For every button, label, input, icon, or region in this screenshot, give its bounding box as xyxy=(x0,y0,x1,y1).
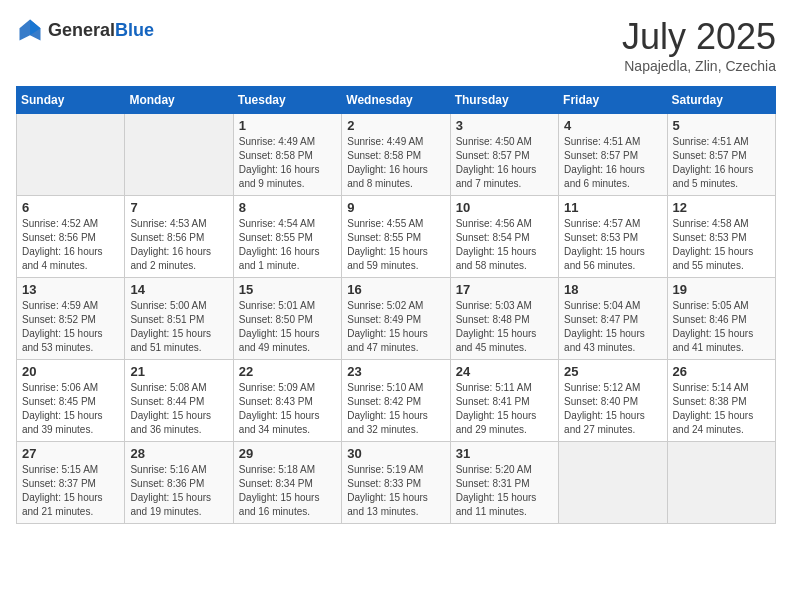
day-number: 29 xyxy=(239,446,336,461)
day-info: Sunrise: 5:16 AM Sunset: 8:36 PM Dayligh… xyxy=(130,463,227,519)
day-info: Sunrise: 5:11 AM Sunset: 8:41 PM Dayligh… xyxy=(456,381,553,437)
day-info: Sunrise: 4:53 AM Sunset: 8:56 PM Dayligh… xyxy=(130,217,227,273)
calendar-cell: 23Sunrise: 5:10 AM Sunset: 8:42 PM Dayli… xyxy=(342,360,450,442)
day-info: Sunrise: 5:02 AM Sunset: 8:49 PM Dayligh… xyxy=(347,299,444,355)
day-number: 31 xyxy=(456,446,553,461)
day-info: Sunrise: 5:00 AM Sunset: 8:51 PM Dayligh… xyxy=(130,299,227,355)
day-number: 2 xyxy=(347,118,444,133)
calendar-cell: 22Sunrise: 5:09 AM Sunset: 8:43 PM Dayli… xyxy=(233,360,341,442)
calendar-cell: 21Sunrise: 5:08 AM Sunset: 8:44 PM Dayli… xyxy=(125,360,233,442)
day-number: 25 xyxy=(564,364,661,379)
day-info: Sunrise: 5:19 AM Sunset: 8:33 PM Dayligh… xyxy=(347,463,444,519)
calendar-cell: 17Sunrise: 5:03 AM Sunset: 8:48 PM Dayli… xyxy=(450,278,558,360)
calendar-cell: 30Sunrise: 5:19 AM Sunset: 8:33 PM Dayli… xyxy=(342,442,450,524)
day-number: 16 xyxy=(347,282,444,297)
day-info: Sunrise: 4:49 AM Sunset: 8:58 PM Dayligh… xyxy=(347,135,444,191)
calendar-cell: 16Sunrise: 5:02 AM Sunset: 8:49 PM Dayli… xyxy=(342,278,450,360)
calendar-cell: 9Sunrise: 4:55 AM Sunset: 8:55 PM Daylig… xyxy=(342,196,450,278)
day-number: 21 xyxy=(130,364,227,379)
calendar-header: SundayMondayTuesdayWednesdayThursdayFrid… xyxy=(17,87,776,114)
calendar-cell: 8Sunrise: 4:54 AM Sunset: 8:55 PM Daylig… xyxy=(233,196,341,278)
day-number: 18 xyxy=(564,282,661,297)
calendar-cell: 4Sunrise: 4:51 AM Sunset: 8:57 PM Daylig… xyxy=(559,114,667,196)
column-header-wednesday: Wednesday xyxy=(342,87,450,114)
day-info: Sunrise: 4:52 AM Sunset: 8:56 PM Dayligh… xyxy=(22,217,119,273)
column-header-thursday: Thursday xyxy=(450,87,558,114)
column-header-monday: Monday xyxy=(125,87,233,114)
header-row: SundayMondayTuesdayWednesdayThursdayFrid… xyxy=(17,87,776,114)
day-number: 1 xyxy=(239,118,336,133)
day-number: 11 xyxy=(564,200,661,215)
day-number: 19 xyxy=(673,282,770,297)
calendar-cell: 18Sunrise: 5:04 AM Sunset: 8:47 PM Dayli… xyxy=(559,278,667,360)
week-row-3: 13Sunrise: 4:59 AM Sunset: 8:52 PM Dayli… xyxy=(17,278,776,360)
day-number: 9 xyxy=(347,200,444,215)
calendar-cell: 6Sunrise: 4:52 AM Sunset: 8:56 PM Daylig… xyxy=(17,196,125,278)
day-info: Sunrise: 5:01 AM Sunset: 8:50 PM Dayligh… xyxy=(239,299,336,355)
day-info: Sunrise: 5:04 AM Sunset: 8:47 PM Dayligh… xyxy=(564,299,661,355)
day-number: 8 xyxy=(239,200,336,215)
day-info: Sunrise: 5:10 AM Sunset: 8:42 PM Dayligh… xyxy=(347,381,444,437)
day-number: 6 xyxy=(22,200,119,215)
calendar-cell xyxy=(125,114,233,196)
calendar-cell: 2Sunrise: 4:49 AM Sunset: 8:58 PM Daylig… xyxy=(342,114,450,196)
day-number: 5 xyxy=(673,118,770,133)
day-number: 3 xyxy=(456,118,553,133)
day-info: Sunrise: 4:59 AM Sunset: 8:52 PM Dayligh… xyxy=(22,299,119,355)
day-info: Sunrise: 5:15 AM Sunset: 8:37 PM Dayligh… xyxy=(22,463,119,519)
day-info: Sunrise: 4:51 AM Sunset: 8:57 PM Dayligh… xyxy=(564,135,661,191)
day-number: 10 xyxy=(456,200,553,215)
day-info: Sunrise: 5:05 AM Sunset: 8:46 PM Dayligh… xyxy=(673,299,770,355)
day-info: Sunrise: 4:57 AM Sunset: 8:53 PM Dayligh… xyxy=(564,217,661,273)
day-number: 14 xyxy=(130,282,227,297)
day-number: 27 xyxy=(22,446,119,461)
calendar-cell: 14Sunrise: 5:00 AM Sunset: 8:51 PM Dayli… xyxy=(125,278,233,360)
calendar-cell xyxy=(17,114,125,196)
day-info: Sunrise: 5:12 AM Sunset: 8:40 PM Dayligh… xyxy=(564,381,661,437)
calendar-cell xyxy=(559,442,667,524)
day-number: 30 xyxy=(347,446,444,461)
calendar-cell: 12Sunrise: 4:58 AM Sunset: 8:53 PM Dayli… xyxy=(667,196,775,278)
calendar-cell: 27Sunrise: 5:15 AM Sunset: 8:37 PM Dayli… xyxy=(17,442,125,524)
calendar-cell: 20Sunrise: 5:06 AM Sunset: 8:45 PM Dayli… xyxy=(17,360,125,442)
calendar-cell: 5Sunrise: 4:51 AM Sunset: 8:57 PM Daylig… xyxy=(667,114,775,196)
day-number: 23 xyxy=(347,364,444,379)
day-info: Sunrise: 5:08 AM Sunset: 8:44 PM Dayligh… xyxy=(130,381,227,437)
day-number: 28 xyxy=(130,446,227,461)
calendar-cell: 29Sunrise: 5:18 AM Sunset: 8:34 PM Dayli… xyxy=(233,442,341,524)
calendar-table: SundayMondayTuesdayWednesdayThursdayFrid… xyxy=(16,86,776,524)
logo-general-text: GeneralBlue xyxy=(48,20,154,41)
day-info: Sunrise: 5:06 AM Sunset: 8:45 PM Dayligh… xyxy=(22,381,119,437)
calendar-cell: 3Sunrise: 4:50 AM Sunset: 8:57 PM Daylig… xyxy=(450,114,558,196)
day-info: Sunrise: 4:51 AM Sunset: 8:57 PM Dayligh… xyxy=(673,135,770,191)
day-info: Sunrise: 5:03 AM Sunset: 8:48 PM Dayligh… xyxy=(456,299,553,355)
calendar-cell: 15Sunrise: 5:01 AM Sunset: 8:50 PM Dayli… xyxy=(233,278,341,360)
calendar-cell: 13Sunrise: 4:59 AM Sunset: 8:52 PM Dayli… xyxy=(17,278,125,360)
day-number: 4 xyxy=(564,118,661,133)
day-info: Sunrise: 4:56 AM Sunset: 8:54 PM Dayligh… xyxy=(456,217,553,273)
day-info: Sunrise: 4:49 AM Sunset: 8:58 PM Dayligh… xyxy=(239,135,336,191)
logo: GeneralBlue xyxy=(16,16,154,44)
column-header-sunday: Sunday xyxy=(17,87,125,114)
day-info: Sunrise: 5:18 AM Sunset: 8:34 PM Dayligh… xyxy=(239,463,336,519)
day-number: 24 xyxy=(456,364,553,379)
column-header-friday: Friday xyxy=(559,87,667,114)
calendar-cell: 7Sunrise: 4:53 AM Sunset: 8:56 PM Daylig… xyxy=(125,196,233,278)
day-number: 12 xyxy=(673,200,770,215)
day-number: 17 xyxy=(456,282,553,297)
month-title: July 2025 xyxy=(622,16,776,58)
calendar-body: 1Sunrise: 4:49 AM Sunset: 8:58 PM Daylig… xyxy=(17,114,776,524)
calendar-cell: 31Sunrise: 5:20 AM Sunset: 8:31 PM Dayli… xyxy=(450,442,558,524)
calendar-cell: 25Sunrise: 5:12 AM Sunset: 8:40 PM Dayli… xyxy=(559,360,667,442)
week-row-2: 6Sunrise: 4:52 AM Sunset: 8:56 PM Daylig… xyxy=(17,196,776,278)
column-header-tuesday: Tuesday xyxy=(233,87,341,114)
day-number: 13 xyxy=(22,282,119,297)
week-row-5: 27Sunrise: 5:15 AM Sunset: 8:37 PM Dayli… xyxy=(17,442,776,524)
logo-icon xyxy=(16,16,44,44)
calendar-cell: 24Sunrise: 5:11 AM Sunset: 8:41 PM Dayli… xyxy=(450,360,558,442)
day-info: Sunrise: 5:20 AM Sunset: 8:31 PM Dayligh… xyxy=(456,463,553,519)
column-header-saturday: Saturday xyxy=(667,87,775,114)
day-info: Sunrise: 5:09 AM Sunset: 8:43 PM Dayligh… xyxy=(239,381,336,437)
calendar-cell: 19Sunrise: 5:05 AM Sunset: 8:46 PM Dayli… xyxy=(667,278,775,360)
calendar-cell: 26Sunrise: 5:14 AM Sunset: 8:38 PM Dayli… xyxy=(667,360,775,442)
